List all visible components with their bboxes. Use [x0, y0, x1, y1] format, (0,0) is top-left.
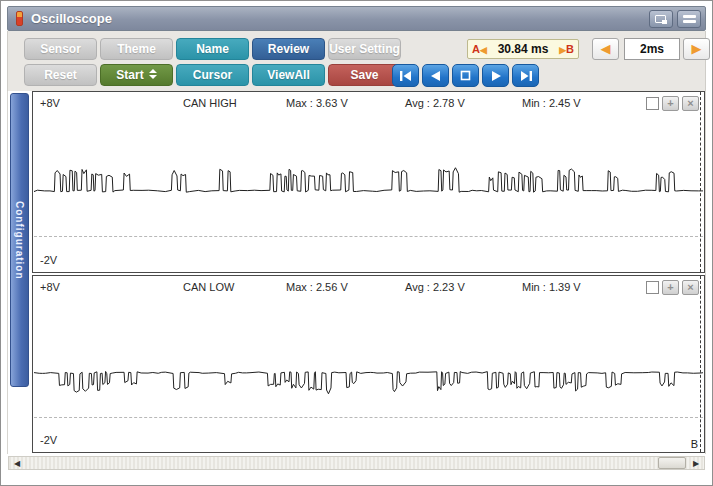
scrollbar-thumb[interactable] [658, 457, 686, 469]
start-button[interactable]: Start [100, 64, 173, 86]
can-high-waveform [34, 93, 703, 271]
restore-window-button[interactable] [649, 10, 673, 28]
theme-button[interactable]: Theme [100, 38, 173, 60]
bottom-voltage-label: -2V [40, 434, 57, 446]
review-button[interactable]: Review [252, 38, 325, 60]
configuration-tab[interactable]: Configuration [10, 93, 29, 387]
start-button-label: Start [116, 68, 143, 82]
toolbar: Sensor Theme Name Review User Setting Re… [7, 31, 706, 91]
top-voltage-label: +8V [40, 281, 60, 293]
cursor-button[interactable]: Cursor [176, 64, 249, 86]
channel-panel-can-low: +8V CAN LOW Max : 2.56 V Avg : 2.23 V Mi… [32, 275, 705, 453]
scope-display-area: Configuration +8V CAN HIGH Max : 3.63 V … [7, 91, 706, 454]
zero-volt-gridline [34, 417, 703, 418]
window-title: Oscilloscope [31, 11, 112, 26]
channel-name-label: CAN HIGH [183, 97, 237, 109]
skip-to-start-button[interactable] [392, 64, 419, 87]
horizontal-scrollbar[interactable]: ◀ ▶ [8, 456, 705, 470]
skip-to-end-button[interactable] [512, 64, 539, 87]
ab-delta-value: 30.84 ms [498, 42, 549, 56]
a-left-arrow-icon: ◀ [480, 45, 487, 55]
avg-value-label: Avg : 2.23 V [405, 281, 465, 293]
close-channel-button[interactable]: × [682, 96, 699, 111]
close-channel-button[interactable]: × [682, 280, 699, 295]
scroll-left-button[interactable]: ◀ [11, 458, 23, 468]
user-setting-button[interactable]: User Setting [328, 38, 401, 60]
stop-icon [460, 70, 471, 81]
timebase-value-field[interactable]: 2ms [624, 38, 680, 60]
name-button[interactable]: Name [176, 38, 249, 60]
min-value-label: Min : 1.39 V [522, 281, 581, 293]
ab-time-readout: A◀ 30.84 ms ▶B [467, 39, 579, 59]
avg-value-label: Avg : 2.78 V [405, 97, 465, 109]
restore-icon [655, 15, 666, 23]
viewall-button[interactable]: ViewAll [252, 64, 325, 86]
oscilloscope-window: Oscilloscope Sensor Theme Name Review Us… [0, 0, 713, 486]
channel-name-label: CAN LOW [183, 281, 234, 293]
min-value-label: Min : 2.45 V [522, 97, 581, 109]
stop-button[interactable] [452, 64, 479, 87]
cursor-b-line[interactable] [700, 92, 701, 272]
sensor-button[interactable]: Sensor [24, 38, 97, 60]
title-bar: Oscilloscope [7, 6, 706, 31]
channel-checkbox[interactable] [646, 281, 659, 294]
b-right-arrow-icon: ▶ [559, 45, 566, 55]
top-voltage-label: +8V [40, 97, 60, 109]
skip-start-icon [399, 71, 413, 81]
app-icon [16, 11, 23, 26]
add-channel-button[interactable]: + [662, 96, 679, 111]
zero-volt-gridline [34, 236, 703, 237]
configuration-tab-label: Configuration [14, 201, 25, 280]
step-back-button[interactable] [422, 64, 449, 87]
cursor-b-tag: B [691, 438, 698, 450]
channel-panel-can-high: +8V CAN HIGH Max : 3.63 V Avg : 2.78 V M… [32, 91, 705, 273]
cursor-a-label: A [472, 43, 480, 55]
add-channel-button[interactable]: + [662, 280, 679, 295]
reset-button[interactable]: Reset [24, 64, 97, 86]
timebase-decrease-button[interactable]: ◀ [592, 38, 619, 60]
left-arrow-icon: ◀ [601, 41, 611, 56]
scroll-right-button[interactable]: ▶ [690, 458, 702, 468]
cursor-b-line[interactable] [700, 276, 701, 452]
bottom-voltage-label: -2V [40, 254, 57, 266]
skip-end-icon [519, 71, 533, 81]
start-spinner-icon [149, 69, 157, 79]
channel-checkbox[interactable] [646, 97, 659, 110]
play-button[interactable] [482, 64, 509, 87]
right-arrow-icon: ▶ [692, 41, 702, 56]
can-low-waveform [34, 277, 703, 451]
cursor-b-readout-label: B [566, 43, 574, 55]
minimize-window-button[interactable] [677, 10, 701, 28]
timebase-increase-button[interactable]: ▶ [683, 38, 710, 60]
max-value-label: Max : 2.56 V [286, 281, 348, 293]
play-backward-icon [430, 71, 442, 81]
minimize-icon [683, 15, 696, 25]
max-value-label: Max : 3.63 V [286, 97, 348, 109]
play-forward-icon [490, 71, 502, 81]
save-button[interactable]: Save [328, 64, 401, 86]
